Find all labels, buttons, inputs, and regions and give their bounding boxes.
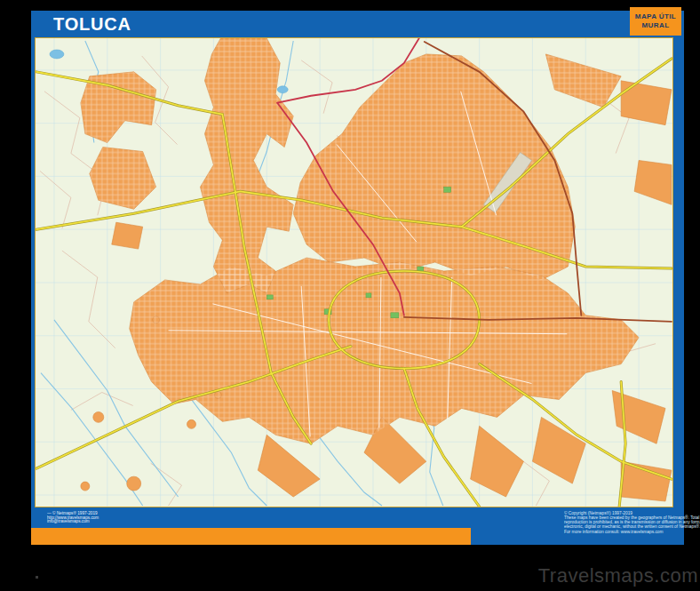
toluca-city-map bbox=[35, 37, 673, 507]
map-title: TOLUCA bbox=[53, 11, 131, 37]
street-texture bbox=[81, 38, 639, 443]
travelsmaps-watermark: Travelsmaps.com bbox=[538, 564, 698, 587]
credits-right-line5: For more information consult: www.travel… bbox=[564, 530, 678, 534]
credits-right-line4: electronic, digital or mechanic, without… bbox=[564, 524, 678, 529]
mapa-util-badge: MAPA ÚTIL MURAL bbox=[630, 7, 681, 36]
poster-footer: — © Netmaps® 1997-2019 http://www.travel… bbox=[31, 509, 684, 545]
badge-line2: MURAL bbox=[642, 21, 670, 30]
poster-header: TOLUCA bbox=[31, 11, 684, 37]
map-poster: TOLUCA MAPA ÚTIL MURAL bbox=[31, 11, 684, 545]
dust-speck bbox=[36, 576, 38, 579]
credits-left-line3: info@travelsmaps.com bbox=[47, 519, 99, 523]
badge-line1: MAPA ÚTIL bbox=[635, 12, 676, 21]
credits-right: © Copyright (Netmaps®) 1997-2019 These m… bbox=[564, 511, 678, 534]
credits-left: — © Netmaps® 1997-2019 http://www.travel… bbox=[47, 511, 99, 523]
map-area bbox=[31, 37, 684, 509]
footer-orange-bar bbox=[31, 528, 471, 545]
city-map-svg bbox=[36, 38, 672, 507]
